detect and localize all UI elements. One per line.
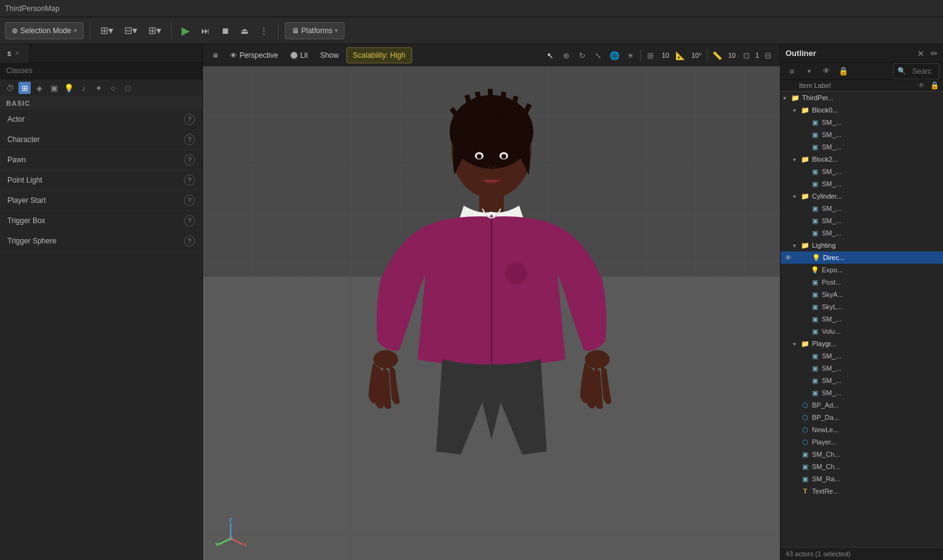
outliner-item-bp-da[interactable]: ▶ ⬡ BP_Da... — [781, 411, 943, 424]
outliner-item-text-render[interactable]: ▶ T TextRe... — [781, 485, 943, 497]
visibility-icon[interactable]: 👁 — [819, 64, 834, 79]
outliner-item-skya[interactable]: ▶ ▣ SkyA... — [781, 288, 943, 301]
selection-mode-button[interactable]: ⊕ Selection Mode ▾ — [5, 22, 84, 39]
classes-search-input[interactable] — [0, 63, 202, 79]
scale-icon[interactable]: ⤡ — [591, 48, 606, 63]
list-item[interactable]: Trigger Sphere ? — [0, 231, 202, 251]
info-button[interactable]: ? — [184, 195, 195, 206]
viewport[interactable]: ≡ 👁 Perspective Lit Show Scalability: Hi… — [203, 44, 780, 560]
list-item[interactable]: Character ? — [0, 130, 202, 150]
outliner-item-sm5[interactable]: ▶ ▣ SM_... — [781, 178, 943, 190]
outliner-item-volu[interactable]: ▶ ▣ Volu... — [781, 325, 943, 337]
grid-button[interactable]: ⊞▾ — [145, 22, 165, 39]
visibility-toggle[interactable]: 👁 — [783, 253, 793, 262]
outliner-item-sm-light[interactable]: ▶ ▣ SM_... — [781, 313, 943, 325]
outliner-item-sm8[interactable]: ▶ ▣ SM_... — [781, 227, 943, 239]
mesh-icon[interactable]: ▣ — [48, 82, 60, 94]
perspective-button[interactable]: 👁 Perspective — [225, 47, 283, 63]
close-tab-button[interactable]: ✕ — [15, 50, 20, 57]
angle-icon[interactable]: 📐 — [673, 48, 688, 63]
light-icon: 💡 — [810, 265, 820, 275]
outliner-item-sm4[interactable]: ▶ ▣ SM_... — [781, 165, 943, 178]
list-item[interactable]: Trigger Box ? — [0, 211, 202, 231]
grid-view-icon[interactable]: ⊞ — [643, 48, 658, 63]
edit-outliner-icon[interactable]: ✏ — [931, 49, 938, 58]
lock-icon[interactable]: 🔒 — [836, 64, 851, 79]
outliner-item-newle[interactable]: ▶ ⬡ NewLe... — [781, 424, 943, 436]
transform-button[interactable]: ⊟▾ — [121, 22, 141, 39]
rotate-icon[interactable]: ↻ — [575, 48, 590, 63]
translate-icon[interactable]: ⊕ — [559, 48, 574, 63]
outliner-item-sm2[interactable]: ▶ ▣ SM_... — [781, 128, 943, 141]
play-next-button[interactable]: ⏭ — [197, 22, 213, 39]
ruler-icon[interactable]: 📏 — [710, 48, 725, 63]
outliner-item-sm10[interactable]: ▶ ▣ SM_... — [781, 362, 943, 374]
collision-icon[interactable]: □ — [122, 82, 134, 94]
outliner-item-sm3[interactable]: ▶ ▣ SM_... — [781, 141, 943, 153]
item-name: SM_... — [822, 365, 941, 372]
info-button[interactable]: ? — [184, 134, 195, 145]
chevron-down-icon-2: ▾ — [335, 27, 338, 34]
play-button[interactable]: ▶ — [178, 22, 194, 39]
recent-icon[interactable]: ⏱ — [4, 82, 16, 94]
lighting-icon[interactable]: ☀ — [623, 48, 638, 63]
filter-icon[interactable]: ≡ — [784, 64, 799, 79]
list-item[interactable]: Point Light ? — [0, 170, 202, 191]
eject-button[interactable]: ⏏ — [237, 22, 252, 39]
viewport-mode-icon[interactable]: ⊡ — [739, 48, 754, 63]
list-item[interactable]: Player Start ? — [0, 191, 202, 211]
outliner-item-sm-ch1[interactable]: ▶ ▣ SM_Ch... — [781, 448, 943, 460]
outliner-item-sm9[interactable]: ▶ ▣ SM_... — [781, 350, 943, 362]
list-item[interactable]: Actor ? — [0, 109, 202, 130]
show-label: Show — [320, 51, 339, 60]
outliner-item-post[interactable]: ▶ ▣ Post... — [781, 276, 943, 288]
info-button[interactable]: ? — [184, 235, 195, 246]
audio-icon[interactable]: ♪ — [78, 82, 90, 94]
add-actor-button[interactable]: ⊞▾ — [97, 22, 117, 39]
item-label: Trigger Box — [7, 216, 46, 225]
info-button[interactable]: ? — [184, 175, 195, 186]
info-button[interactable]: ? — [184, 154, 195, 165]
outliner-item-lighting[interactable]: ▾ 📁 Lighting — [781, 239, 943, 251]
info-button[interactable]: ? — [184, 114, 195, 125]
outliner-item-sm11[interactable]: ▶ ▣ SM_... — [781, 374, 943, 387]
outliner-item-sm-ch2[interactable]: ▶ ▣ SM_Ch... — [781, 460, 943, 473]
outliner-item-block0[interactable]: ▾ 📁 Block0... — [781, 104, 943, 116]
outliner-item-expo[interactable]: ▶ 💡 Expo... — [781, 264, 943, 276]
outliner-item-skyl[interactable]: ▶ ▣ SkyL... — [781, 301, 943, 313]
outliner-search-input[interactable] — [909, 65, 935, 77]
outliner-item-bp-ad[interactable]: ▶ ⬡ BP_Ad... — [781, 399, 943, 411]
outliner-item-sm7[interactable]: ▶ ▣ SM_... — [781, 215, 943, 227]
outliner-item-block2[interactable]: ▾ 📁 Block2... — [781, 153, 943, 165]
shapes-icon[interactable]: ○ — [107, 82, 119, 94]
all-classes-icon[interactable]: ⊞ — [18, 82, 31, 94]
select-icon[interactable]: ↖ — [543, 48, 558, 63]
more-play-button[interactable]: ⋮ — [256, 22, 272, 39]
effects-icon[interactable]: ✦ — [92, 82, 105, 94]
split-view-icon[interactable]: ⊟ — [760, 48, 775, 63]
outliner-item-cylinder[interactable]: ▾ 📁 Cylinder... — [781, 190, 943, 202]
svg-point-13 — [503, 156, 506, 158]
outliner-item-directional-light[interactable]: 👁 ▶ 💡 Direc... — [781, 251, 943, 264]
hamburger-menu-button[interactable]: ≡ — [208, 47, 223, 63]
outliner-item-sm12[interactable]: ▶ ▣ SM_... — [781, 387, 943, 399]
outliner-item-playground[interactable]: ▾ 📁 Playgr... — [781, 337, 943, 350]
scalability-button[interactable]: Scalability: High — [346, 47, 412, 63]
filter-down-icon[interactable]: ▾ — [802, 64, 816, 79]
outliner-item-sm6[interactable]: ▶ ▣ SM_... — [781, 202, 943, 215]
outliner-item-thirdperson[interactable]: ▾ 📁 ThirdPer... — [781, 92, 943, 104]
outliner-item-sm1[interactable]: ▶ ▣ SM_... — [781, 116, 943, 128]
classes-tab[interactable]: s ✕ — [0, 44, 28, 63]
filter-icon[interactable]: ◈ — [33, 82, 46, 94]
camera-settings-icon[interactable]: 🌐 — [607, 48, 622, 63]
list-item[interactable]: Pawn ? — [0, 150, 202, 170]
outliner-item-sm-ra[interactable]: ▶ ▣ SM_Ra... — [781, 473, 943, 485]
lit-button[interactable]: Lit — [285, 47, 313, 63]
platforms-button[interactable]: 🖥 Platforms ▾ — [285, 22, 345, 39]
stop-button[interactable]: ⏹ — [217, 22, 233, 39]
show-button[interactable]: Show — [316, 47, 344, 63]
close-outliner-button[interactable]: ✕ — [917, 49, 925, 58]
info-button[interactable]: ? — [184, 215, 195, 226]
light-icon[interactable]: 💡 — [63, 82, 75, 94]
outliner-item-player[interactable]: ▶ ⬡ Player... — [781, 436, 943, 448]
